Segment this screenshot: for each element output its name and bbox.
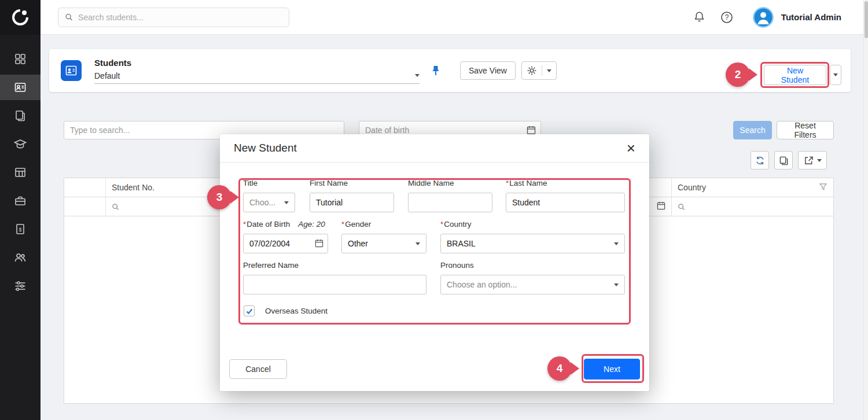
pin-icon xyxy=(431,65,440,76)
column-header-select xyxy=(64,178,106,197)
screen: $ ? Tutorial Admin xyxy=(0,0,868,420)
last-name-input[interactable] xyxy=(506,193,625,212)
filter-cell-select xyxy=(64,197,106,216)
topbar: ? Tutorial Admin xyxy=(41,0,863,35)
gender-select[interactable]: Other xyxy=(341,234,426,253)
user-name: Tutorial Admin xyxy=(781,12,841,22)
sidebar-item-settings[interactable] xyxy=(0,273,41,299)
first-name-label: First Name xyxy=(310,179,348,187)
title-select[interactable]: Choo... xyxy=(243,193,295,212)
help-button[interactable]: ? xyxy=(720,11,733,24)
column-header-country[interactable]: Country xyxy=(672,178,833,197)
svg-text:?: ? xyxy=(724,13,729,21)
chevron-down-icon xyxy=(614,283,619,286)
sidebar-item-invoices[interactable]: $ xyxy=(0,216,41,242)
search-button[interactable]: Search xyxy=(733,121,772,139)
search-icon xyxy=(112,203,119,211)
global-search-input[interactable] xyxy=(78,13,282,22)
app-logo[interactable] xyxy=(0,0,41,35)
chevron-down-icon xyxy=(415,242,420,245)
student-card-icon xyxy=(65,64,78,77)
check-icon xyxy=(245,307,253,315)
briefcase-icon xyxy=(14,194,27,207)
view-header-titles: Students Default xyxy=(94,58,420,84)
refresh-icon xyxy=(755,156,765,165)
pin-view-button[interactable] xyxy=(431,65,440,76)
help-icon: ? xyxy=(720,11,733,24)
reset-filters-button[interactable]: Reset Filters xyxy=(777,121,834,139)
bell-icon xyxy=(693,11,705,23)
avatar-icon xyxy=(753,7,774,28)
user-avatar[interactable] xyxy=(753,7,774,28)
search-icon xyxy=(65,13,73,21)
global-search xyxy=(58,8,289,27)
people-icon xyxy=(14,251,27,264)
first-name-input[interactable] xyxy=(310,193,394,212)
save-view-button[interactable]: Save View xyxy=(460,61,516,80)
sliders-icon xyxy=(14,279,27,292)
gear-icon xyxy=(527,65,537,76)
page-scrollbar[interactable] xyxy=(863,0,868,420)
next-button[interactable]: Next xyxy=(584,359,640,380)
refresh-button[interactable] xyxy=(751,151,769,170)
sidebar-item-contacts[interactable] xyxy=(0,245,41,270)
country-select[interactable]: BRASIL xyxy=(440,234,625,253)
modal-header: New Student × xyxy=(220,134,649,163)
students-module-icon xyxy=(61,60,82,81)
new-student-modal: New Student × Title Choo... First Name M… xyxy=(220,134,649,391)
annotation-step-3-badge: 3 xyxy=(207,185,231,209)
age-label: Age: 20 xyxy=(298,220,325,229)
search-icon xyxy=(678,203,685,211)
chevron-down-icon xyxy=(614,242,619,245)
svg-text:$: $ xyxy=(19,227,21,233)
filter-funnel-icon[interactable] xyxy=(819,182,827,193)
copy-icon xyxy=(779,156,789,165)
cancel-button[interactable]: Cancel xyxy=(229,359,287,379)
filter-cell-country[interactable] xyxy=(672,197,833,216)
calendar-icon[interactable] xyxy=(657,201,665,212)
view-settings-button[interactable] xyxy=(521,61,557,80)
view-select[interactable]: Default xyxy=(94,71,420,84)
sidebar-item-students[interactable] xyxy=(0,75,41,100)
sidebar-item-courses[interactable] xyxy=(0,131,41,157)
sidebar-item-pages[interactable] xyxy=(0,103,41,128)
close-icon[interactable]: × xyxy=(627,141,635,156)
preferred-name-input[interactable] xyxy=(243,275,426,294)
sidebar: $ xyxy=(0,0,41,420)
chevron-down-icon xyxy=(817,159,822,162)
pages-icon xyxy=(14,109,27,122)
view-select-value: Default xyxy=(94,71,120,80)
new-student-menu-button[interactable] xyxy=(830,65,841,85)
divider xyxy=(542,65,542,76)
pronouns-select[interactable]: Choose an option... xyxy=(440,275,625,294)
logo-icon xyxy=(10,8,30,27)
sidebar-item-tables[interactable] xyxy=(0,160,41,185)
last-name-label: *Last Name xyxy=(506,179,547,187)
preferred-name-label: Preferred Name xyxy=(243,261,299,270)
notifications-button[interactable] xyxy=(693,11,705,23)
invoice-icon: $ xyxy=(14,223,27,235)
chevron-down-icon xyxy=(415,74,420,77)
middle-name-input[interactable] xyxy=(408,193,492,212)
page-title: Students xyxy=(94,58,420,68)
table-icon xyxy=(14,166,27,179)
overseas-student-label: Overseas Student xyxy=(265,307,328,315)
sidebar-nav: $ xyxy=(0,46,41,299)
gender-label: *Gender xyxy=(341,220,371,229)
overseas-student-checkbox[interactable] xyxy=(244,305,255,316)
sidebar-item-dashboard[interactable] xyxy=(0,46,41,72)
export-button[interactable] xyxy=(798,151,827,170)
title-label: Title xyxy=(243,179,258,187)
graduation-cap-icon xyxy=(14,138,27,150)
copy-button[interactable] xyxy=(774,151,793,170)
topbar-right: ? Tutorial Admin xyxy=(678,7,863,28)
dob-label: *Date of BirthAge: 20 xyxy=(243,220,325,229)
chevron-down-icon xyxy=(547,69,551,72)
calendar-icon[interactable] xyxy=(315,239,323,250)
sidebar-item-jobs[interactable] xyxy=(0,188,41,213)
export-icon xyxy=(804,156,814,165)
scrollbar-thumb[interactable] xyxy=(865,1,868,38)
dashboard-icon xyxy=(14,53,27,65)
pronouns-label: Pronouns xyxy=(440,261,474,270)
new-student-button[interactable]: New Student xyxy=(764,65,826,85)
